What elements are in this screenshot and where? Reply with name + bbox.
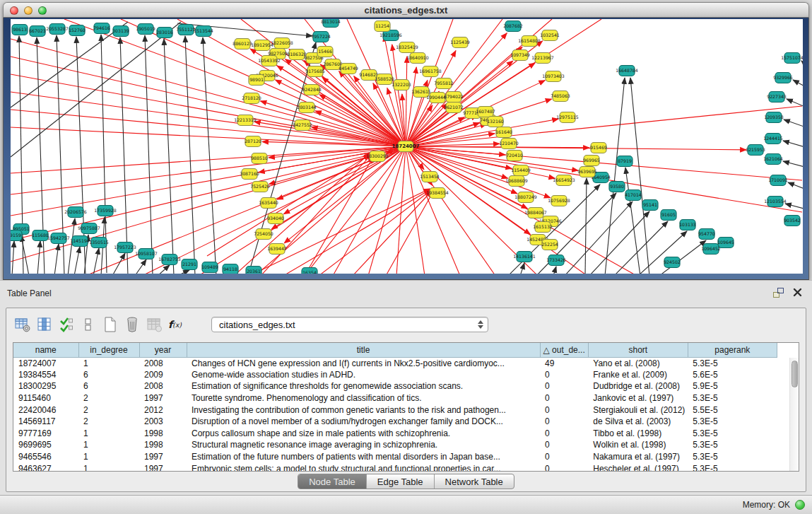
table-cell[interactable]: 0 <box>540 428 588 440</box>
table-cell[interactable]: de Silva et al. (2003) <box>588 416 688 428</box>
table-cell[interactable]: 1 <box>78 439 139 451</box>
table-cell[interactable]: 5.3E-5 <box>688 428 777 440</box>
table-cell[interactable]: Wolkin et al. (1998) <box>588 439 688 451</box>
scrollbar-thumb[interactable] <box>792 361 798 387</box>
table-cell[interactable]: 2 <box>78 392 139 404</box>
table-select-dropdown[interactable]: citations_edges.txt <box>211 317 488 332</box>
column-header-year[interactable]: year <box>139 343 187 357</box>
table-cell[interactable]: 9115460 <box>13 392 78 404</box>
table-row[interactable]: 911546021997Tourette syndrome. Phenomeno… <box>13 392 777 404</box>
table-row[interactable]: 1456911722003Disruption of a novel membe… <box>13 416 777 428</box>
table-cell[interactable]: 9777169 <box>13 428 78 440</box>
table-cell[interactable]: 0 <box>540 369 588 381</box>
table-cell[interactable]: 14569117 <box>13 416 78 428</box>
column-visibility-icon[interactable] <box>35 315 54 334</box>
table-cell[interactable]: 2 <box>78 416 139 428</box>
table-cell[interactable]: 2008 <box>139 357 187 369</box>
table-cell[interactable]: 5.9E-5 <box>688 380 777 392</box>
table-cell[interactable]: 9465546 <box>13 451 78 463</box>
zoom-window-button[interactable] <box>38 6 47 15</box>
table-cell[interactable]: Dudbridge et al. (2008) <box>588 380 688 392</box>
table-cell[interactable]: 2 <box>78 404 139 416</box>
create-table-icon[interactable] <box>101 315 119 334</box>
table-cell[interactable]: 9699695 <box>13 439 78 451</box>
table-cell[interactable]: 18724007 <box>13 357 78 369</box>
table-cell[interactable]: 0 <box>540 404 588 416</box>
table-cell[interactable]: 1997 <box>139 392 187 404</box>
table-row[interactable]: 1938455462009Genome-wide association stu… <box>13 369 777 381</box>
column-header-pagerank[interactable]: pagerank <box>688 343 777 357</box>
table-cell[interactable]: 2003 <box>139 416 187 428</box>
table-cell[interactable]: Corpus callosum shape and size in male p… <box>187 428 540 440</box>
network-canvas-svg[interactable]: 9861366702320553287152760794616303139190… <box>11 19 803 274</box>
table-cell[interactable]: 1997 <box>139 451 187 463</box>
column-header-name[interactable]: name <box>13 343 78 357</box>
table-cell[interactable]: Nakamura et al. (1997) <box>588 451 688 463</box>
tab-node-table[interactable]: Node Table <box>298 474 366 489</box>
table-row[interactable]: 1830029562008Estimation of significance … <box>13 380 777 392</box>
table-cell[interactable]: 6 <box>78 369 139 381</box>
table-cell[interactable]: 5.3E-5 <box>688 451 777 463</box>
table-cell[interactable]: Yano et al. (2008) <box>588 357 688 369</box>
close-panel-icon[interactable] <box>793 287 802 297</box>
table-row[interactable]: 977716911998Corpus callosum shape and si… <box>13 428 777 440</box>
close-window-button[interactable] <box>10 6 18 15</box>
select-columns-icon[interactable] <box>57 315 76 334</box>
table-cell[interactable]: Tourette syndrome. Phenomenology and cla… <box>187 392 540 404</box>
column-header-title[interactable]: title <box>187 343 540 357</box>
table-cell[interactable]: 0 <box>540 439 588 451</box>
tab-network-table[interactable]: Network Table <box>434 474 514 489</box>
table-cell[interactable]: Structural magnetic resonance image aver… <box>187 439 540 451</box>
window-titlebar[interactable]: citations_edges.txt <box>3 2 809 18</box>
memory-status-indicator-icon[interactable] <box>795 500 805 510</box>
table-cell[interactable]: 22420046 <box>13 404 78 416</box>
column-header-in_degree[interactable]: in_degree <box>78 343 139 357</box>
table-cell[interactable]: Hescheler et al. (1997) <box>588 462 688 472</box>
table-cell[interactable]: 1998 <box>139 428 187 440</box>
row-height-icon[interactable] <box>79 315 98 334</box>
table-cell[interactable]: Changes of HCN gene expression and I(f) … <box>187 357 540 369</box>
column-header-short[interactable]: short <box>588 343 688 357</box>
table-cell[interactable]: 1998 <box>139 439 187 451</box>
table-cell[interactable]: 5.3E-5 <box>688 439 777 451</box>
table-cell[interactable]: 5.5E-5 <box>688 404 777 416</box>
table-row[interactable]: 2242004622012Investigating the contribut… <box>13 404 777 416</box>
table-cell[interactable]: 0 <box>540 451 588 463</box>
table-cell[interactable]: Genome-wide association studies in ADHD. <box>187 369 540 381</box>
table-cell[interactable]: 0 <box>540 462 588 472</box>
table-cell[interactable]: 18300295 <box>13 380 78 392</box>
column-header-out_de[interactable]: △ out_de... <box>540 343 588 357</box>
table-cell[interactable]: 19384554 <box>13 369 78 381</box>
network-canvas[interactable]: 9861366702320553287152760794616303139190… <box>11 19 803 274</box>
table-cell[interactable]: Stergiakouli et al. (2012) <box>588 404 688 416</box>
table-row[interactable]: 1872400712008Changes of HCN gene express… <box>13 357 777 369</box>
table-cell[interactable]: 5.6E-5 <box>688 369 777 381</box>
table-row[interactable]: 969969511998Structural magnetic resonanc… <box>13 439 777 451</box>
table-cell[interactable]: Disruption of a novel member of a sodium… <box>187 416 540 428</box>
table-cell[interactable]: 2009 <box>139 369 187 381</box>
delete-rows-icon[interactable] <box>123 315 141 334</box>
table-cell[interactable]: 2008 <box>139 380 187 392</box>
table-row[interactable]: 946362711997Embryonic stem cells: a mode… <box>13 462 777 472</box>
function-builder-icon[interactable]: f (x) <box>167 315 185 334</box>
delete-table-icon[interactable] <box>145 315 163 334</box>
table-cell[interactable]: 5.3E-5 <box>688 392 777 404</box>
table-cell[interactable]: 5.3E-5 <box>688 416 777 428</box>
table-cell[interactable]: Estimation of significance thresholds fo… <box>187 380 540 392</box>
table-cell[interactable]: Investigating the contribution of common… <box>187 404 540 416</box>
table-cell[interactable]: 5.3E-5 <box>688 462 777 472</box>
table-cell[interactable]: 6 <box>78 380 139 392</box>
table-cell[interactable]: 9463627 <box>13 462 78 472</box>
table-cell[interactable]: 49 <box>540 357 588 369</box>
table-cell[interactable]: Jankovic et al. (1997) <box>588 392 688 404</box>
table-cell[interactable]: 1 <box>78 462 139 472</box>
table-cell[interactable]: 5.3E-5 <box>688 357 777 369</box>
table-cell[interactable]: Estimation of the future numbers of pati… <box>187 451 540 463</box>
table-cell[interactable]: 1 <box>78 357 139 369</box>
table-cell[interactable]: 0 <box>540 380 588 392</box>
table-cell[interactable]: 0 <box>540 392 588 404</box>
table-cell[interactable]: 1 <box>78 428 139 440</box>
table-cell[interactable]: Embryonic stem cells: a model to study s… <box>187 462 540 472</box>
table-cell[interactable]: 2012 <box>139 404 187 416</box>
minimize-window-button[interactable] <box>24 6 33 15</box>
